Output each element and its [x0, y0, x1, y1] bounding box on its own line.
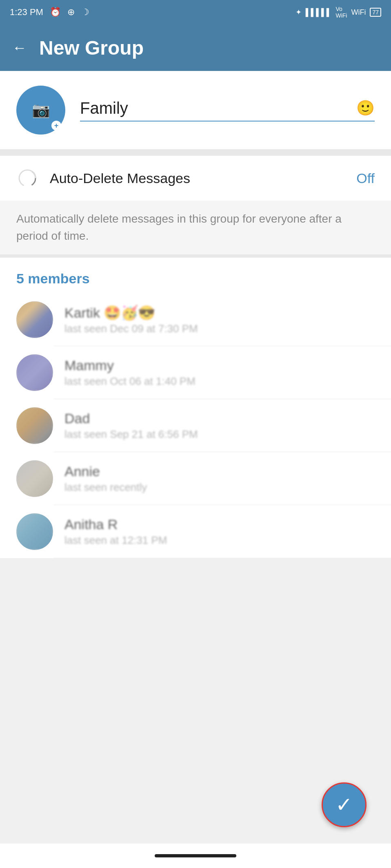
member-status: last seen recently	[64, 481, 375, 494]
vo-wifi-icon: VoWiFi	[335, 6, 347, 19]
list-item[interactable]: Annie last seen recently	[0, 452, 391, 505]
status-bar: 1:23 PM ⏰ ⊕ ☽ ✦ ▌▌▌▌▌ VoWiFi WiFi 77	[0, 0, 391, 24]
status-bar-left: 1:23 PM ⏰ ⊕ ☽	[10, 7, 89, 18]
header: ← New Group	[0, 24, 391, 71]
avatar-image	[16, 301, 53, 338]
member-name: Kartik 🤩🥳😎	[64, 305, 375, 321]
time-display: 1:23 PM	[10, 7, 43, 18]
list-item[interactable]: Dad last seen Sep 21 at 6:56 PM	[0, 399, 391, 452]
list-item[interactable]: Anitha R last seen at 12:31 PM	[0, 505, 391, 558]
member-name: Annie	[64, 464, 375, 479]
status-bar-right: ✦ ▌▌▌▌▌ VoWiFi WiFi 77	[295, 6, 381, 19]
create-group-button[interactable]: ✓	[322, 782, 367, 827]
bluetooth-icon: ✦	[295, 8, 302, 17]
whatsapp-icon: ⊕	[67, 7, 75, 18]
member-status: last seen Oct 06 at 1:40 PM	[64, 375, 375, 388]
member-info: Kartik 🤩🥳😎 last seen Dec 09 at 7:30 PM	[64, 305, 375, 335]
avatar	[16, 513, 53, 550]
section-divider-1	[0, 149, 391, 156]
fab-container: ✓	[322, 782, 367, 827]
wifi-icon: WiFi	[351, 8, 366, 17]
avatar	[16, 460, 53, 497]
alarm-icon: ⏰	[50, 7, 61, 18]
home-indicator	[155, 854, 236, 857]
auto-delete-row[interactable]: Auto-Delete Messages Off	[0, 156, 391, 201]
list-item[interactable]: Kartik 🤩🥳😎 last seen Dec 09 at 7:30 PM	[0, 293, 391, 346]
auto-delete-description: Automatically delete messages in this gr…	[16, 210, 375, 245]
bottom-bar	[0, 844, 391, 868]
member-info: Dad last seen Sep 21 at 6:56 PM	[64, 411, 375, 441]
avatar	[16, 301, 53, 338]
member-status: last seen at 12:31 PM	[64, 534, 375, 547]
name-input-wrapper: 🙂	[80, 99, 375, 121]
auto-delete-value: Off	[356, 170, 375, 186]
section-divider-2	[0, 254, 391, 258]
auto-delete-label: Auto-Delete Messages	[50, 170, 345, 186]
checkmark-icon: ✓	[335, 793, 353, 817]
avatar	[16, 407, 53, 444]
member-status: last seen Sep 21 at 6:56 PM	[64, 428, 375, 441]
add-photo-icon: +	[51, 121, 61, 130]
emoji-picker-icon[interactable]: 🙂	[356, 99, 375, 117]
member-info: Mammy last seen Oct 06 at 1:40 PM	[64, 358, 375, 388]
auto-delete-description-box: Automatically delete messages in this gr…	[0, 201, 391, 254]
member-info: Anitha R last seen at 12:31 PM	[64, 517, 375, 547]
signal-icon: ▌▌▌▌▌	[306, 8, 332, 17]
members-header: 5 members	[0, 258, 391, 293]
member-name: Dad	[64, 411, 375, 426]
page-title: New Group	[39, 37, 144, 59]
camera-icon: 📷	[32, 102, 50, 119]
member-status: last seen Dec 09 at 7:30 PM	[64, 322, 375, 335]
timer-icon	[16, 167, 38, 189]
battery-icon: 77	[370, 8, 381, 17]
avatar-image	[16, 407, 53, 444]
avatar-image	[16, 513, 53, 550]
avatar-image	[16, 460, 53, 497]
avatar	[16, 354, 53, 391]
member-name: Mammy	[64, 358, 375, 373]
member-name: Anitha R	[64, 517, 375, 532]
avatar-image	[16, 354, 53, 391]
moon-icon: ☽	[81, 7, 89, 18]
profile-section: 📷 + 🙂	[0, 71, 391, 149]
list-item[interactable]: Mammy last seen Oct 06 at 1:40 PM	[0, 346, 391, 399]
group-avatar-button[interactable]: 📷 +	[16, 86, 65, 135]
group-name-input[interactable]	[80, 99, 350, 117]
member-info: Annie last seen recently	[64, 464, 375, 494]
members-count: 5 members	[16, 271, 90, 286]
back-button[interactable]: ←	[12, 39, 27, 56]
members-section: 5 members Kartik 🤩🥳😎 last seen Dec 09 at…	[0, 258, 391, 558]
